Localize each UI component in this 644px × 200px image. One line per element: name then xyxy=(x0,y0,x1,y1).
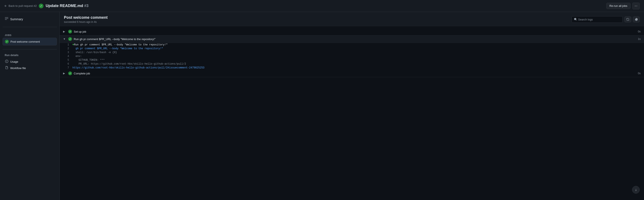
step-duration-complete-job: 0s xyxy=(638,72,640,75)
rerun-button[interactable]: Re-run all jobs xyxy=(606,3,630,9)
job-success-icon: ✓ xyxy=(5,40,9,44)
expand-icon-run-gh: ▼ xyxy=(63,38,66,40)
jobs-label: Jobs xyxy=(2,32,57,37)
back-arrow-icon xyxy=(4,4,7,8)
top-header: Back to pull request #2 ✓ Update README.… xyxy=(0,0,644,12)
log-line-4: 4 env: xyxy=(60,54,644,58)
workflow-file-icon xyxy=(5,66,8,70)
header-left: Back to pull request #2 ✓ Update README.… xyxy=(4,4,88,8)
job-title: Post welcome comment xyxy=(64,15,108,20)
log-line-content-3: shell: /usr/bin/bash -e {0} xyxy=(72,51,644,54)
expand-icon-set-up-job: ▶ xyxy=(63,30,66,33)
sidebar-item-usage[interactable]: Usage xyxy=(2,58,57,65)
run-title-name: Update README.md xyxy=(46,4,83,8)
job-item-label: Post welcome comment xyxy=(10,40,40,43)
settings-button[interactable] xyxy=(633,16,640,22)
log-line-num-7: 7 xyxy=(60,66,72,69)
summary-icon xyxy=(5,17,8,21)
log-line-content-1: ▼Run gh pr comment $PR_URL --body "Welco… xyxy=(72,43,644,46)
scroll-to-bottom-button[interactable]: ↓ xyxy=(632,186,640,194)
back-link-label: Back to pull request #2 xyxy=(8,4,37,8)
step-duration-set-up-job: 0s xyxy=(638,30,640,33)
log-line-num-6: 6 xyxy=(60,62,72,66)
refresh-button[interactable] xyxy=(624,16,631,22)
search-icon xyxy=(574,18,577,21)
log-line-content-6: PR_URL: https://github.com/root-hbx/skil… xyxy=(72,62,644,66)
job-header-info: Post welcome comment succeeded 6 hours a… xyxy=(64,15,108,24)
run-details-label: Run details xyxy=(2,53,57,58)
step-success-icon-set-up-job: ✓ xyxy=(68,30,72,34)
sidebar-item-summary[interactable]: Summary xyxy=(2,15,57,23)
log-line-7: 7 https://github.com/root-hbx/skills-hel… xyxy=(60,66,644,70)
step-duration-run-gh: 1s xyxy=(638,38,640,40)
log-container[interactable]: ▶ ✓ Set up job 0s ▼ ✓ Run gh pr comment … xyxy=(60,26,644,200)
log-line-5: 5 GITHUB_TOKEN: *** xyxy=(60,58,644,62)
step-row-complete-job[interactable]: ▶ ✓ Complete job 0s xyxy=(60,70,644,77)
workflow-file-label: Workflow file xyxy=(10,66,26,70)
more-options-button[interactable]: ··· xyxy=(632,2,640,10)
usage-icon xyxy=(5,60,8,64)
run-number: #3 xyxy=(84,4,88,8)
search-input[interactable] xyxy=(578,18,620,21)
step-row-run-gh-pr-comment[interactable]: ▼ ✓ Run gh pr comment $PR_URL --body "We… xyxy=(60,36,644,43)
log-line-content-5: GITHUB_TOKEN: *** xyxy=(72,59,644,62)
step-name-set-up-job: Set up job xyxy=(74,30,636,33)
job-subtitle: succeeded 6 hours ago in 4s xyxy=(64,20,108,24)
run-title: ✓ Update README.md #3 xyxy=(39,4,88,8)
step-name-run-gh: Run gh pr comment $PR_URL --body "Welcom… xyxy=(74,38,636,41)
step-success-icon-run-gh: ✓ xyxy=(68,37,72,41)
search-box[interactable] xyxy=(572,16,623,23)
step-name-complete-job: Complete job xyxy=(74,72,636,75)
job-header: Post welcome comment succeeded 6 hours a… xyxy=(60,12,644,26)
log-line-2: 2 gh pr comment $PR_URL --body "Welcome … xyxy=(60,47,644,50)
log-line-3: 3 shell: /usr/bin/bash -e {0} xyxy=(60,50,644,54)
log-line-6: 6 PR_URL: https://github.com/root-hbx/sk… xyxy=(60,62,644,66)
step-row-set-up-job[interactable]: ▶ ✓ Set up job 0s xyxy=(60,28,644,36)
sidebar: Summary Jobs ✓ Post welcome comment Run … xyxy=(0,12,60,200)
main-layout: Summary Jobs ✓ Post welcome comment Run … xyxy=(0,12,644,200)
step-success-icon-complete-job: ✓ xyxy=(68,72,72,75)
sidebar-jobs-section: Jobs ✓ Post welcome comment xyxy=(0,29,60,48)
run-title-text: Update README.md #3 xyxy=(46,4,88,8)
log-lines: 1 ▼Run gh pr comment $PR_URL --body "Wel… xyxy=(60,43,644,70)
sidebar-divider-2 xyxy=(2,49,57,50)
sidebar-item-workflow-file[interactable]: Workflow file xyxy=(2,65,57,71)
log-line-content-4: env: xyxy=(72,55,644,58)
log-line-num-2: 2 xyxy=(60,47,72,50)
back-link[interactable]: Back to pull request #2 xyxy=(4,4,37,8)
log-line-num-5: 5 xyxy=(60,59,72,62)
run-success-badge: ✓ xyxy=(39,4,44,8)
sidebar-summary-section: Summary xyxy=(0,12,60,25)
sidebar-item-post-welcome-comment[interactable]: ✓ Post welcome comment xyxy=(2,38,57,46)
header-right: Re-run all jobs ··· xyxy=(606,2,640,10)
main-content: Post welcome comment succeeded 6 hours a… xyxy=(60,12,644,200)
job-header-actions xyxy=(572,16,640,23)
log-line-content-7: https://github.com/root-hbx/skills-hello… xyxy=(72,66,644,69)
log-line-1: 1 ▼Run gh pr comment $PR_URL --body "Wel… xyxy=(60,43,644,47)
sidebar-run-details-section: Run details Usage Workflow file xyxy=(0,51,60,73)
log-line-content-2: gh pr comment $PR_URL --body "Welcome to… xyxy=(72,47,644,50)
expand-icon-complete-job: ▶ xyxy=(63,72,66,75)
sidebar-divider-1 xyxy=(2,27,57,27)
gear-icon xyxy=(635,18,638,21)
refresh-icon xyxy=(626,18,629,21)
usage-label: Usage xyxy=(10,60,18,63)
log-line-num-4: 4 xyxy=(60,55,72,58)
log-line-num-3: 3 xyxy=(60,51,72,54)
log-line-num-1: 1 xyxy=(60,43,72,46)
summary-label: Summary xyxy=(10,18,23,21)
